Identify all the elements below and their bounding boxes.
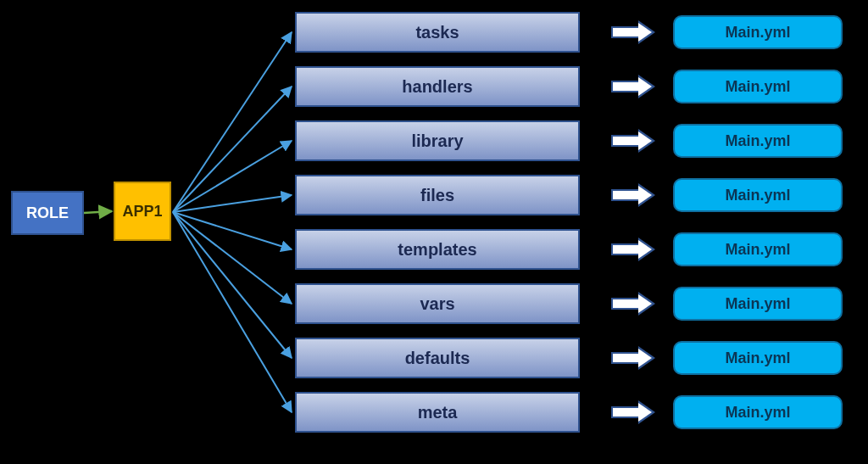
svg-line-0: [84, 211, 112, 213]
file-label: Main.yml: [725, 24, 790, 42]
file-label: Main.yml: [725, 187, 790, 204]
role-label: ROLE: [26, 204, 69, 222]
app-box: APP1: [114, 182, 171, 241]
arrow-icon: [611, 347, 659, 369]
arrow-icon: [611, 401, 659, 423]
dir-label: vars: [420, 294, 454, 314]
arrow-icon: [611, 184, 659, 206]
svg-line-6: [173, 212, 292, 304]
svg-line-5: [173, 212, 292, 249]
dir-label: library: [411, 131, 463, 151]
svg-line-7: [173, 212, 292, 358]
dir-box-library: library: [295, 120, 580, 161]
dir-label: handlers: [402, 77, 472, 97]
file-label: Main.yml: [725, 132, 790, 150]
svg-line-8: [173, 212, 292, 412]
app-label: APP1: [122, 203, 162, 221]
dir-label: defaults: [405, 349, 470, 368]
file-label: Main.yml: [725, 404, 790, 422]
file-box-meta: Main.yml: [673, 395, 843, 429]
file-box-files: Main.yml: [673, 178, 843, 212]
file-label: Main.yml: [725, 349, 790, 367]
arrow-icon: [611, 130, 659, 152]
arrow-icon: [611, 75, 659, 98]
dir-label: meta: [418, 403, 458, 422]
svg-line-2: [173, 87, 292, 212]
dir-box-tasks: tasks: [295, 12, 580, 53]
dir-box-files: files: [295, 175, 580, 215]
dir-box-defaults: defaults: [295, 338, 580, 378]
file-box-defaults: Main.yml: [673, 341, 843, 375]
role-box: ROLE: [11, 191, 84, 235]
arrow-icon: [611, 238, 659, 260]
file-box-library: Main.yml: [673, 124, 843, 158]
arrow-icon: [611, 293, 659, 315]
file-box-vars: Main.yml: [673, 287, 843, 321]
file-box-handlers: Main.yml: [673, 70, 843, 103]
dir-box-meta: meta: [295, 392, 580, 433]
arrow-icon: [611, 21, 659, 43]
dir-box-templates: templates: [295, 229, 580, 270]
svg-line-4: [173, 195, 292, 212]
svg-line-1: [173, 32, 292, 212]
file-label: Main.yml: [725, 78, 790, 96]
dir-label: templates: [398, 240, 476, 260]
dir-label: tasks: [415, 23, 459, 42]
diagram-canvas: ROLE APP1 tasks Main.yml handlers Main.y…: [0, 0, 868, 464]
svg-line-3: [173, 141, 292, 212]
file-label: Main.yml: [725, 241, 790, 259]
file-box-templates: Main.yml: [673, 232, 843, 266]
file-label: Main.yml: [725, 295, 790, 313]
dir-box-handlers: handlers: [295, 66, 580, 107]
file-box-tasks: Main.yml: [673, 15, 843, 49]
dir-box-vars: vars: [295, 283, 580, 324]
dir-label: files: [420, 186, 454, 205]
